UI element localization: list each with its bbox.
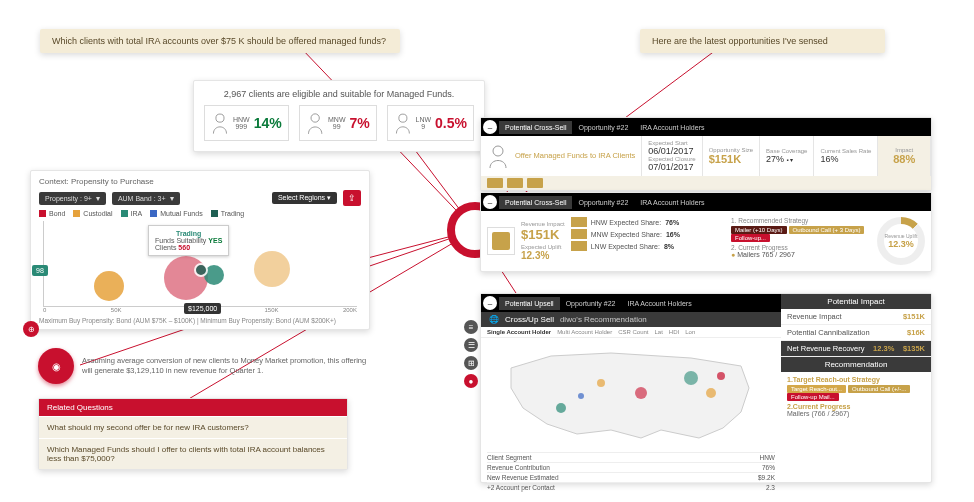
legend-item[interactable]: IRA [121,210,143,217]
chart-footer: Maximum Buy Propensity: Bond (AUM $75K –… [39,317,361,325]
card-action-icon[interactable]: ⊕ [23,321,39,337]
strategy-chip[interactable]: Target Reach-out... [787,385,846,393]
table-row: New Revenue Estimated$9.2K [487,472,775,482]
strategy-chip[interactable]: Outbound Call (+ 3 Days) [789,226,865,234]
map-subtab[interactable]: Lat [655,329,663,335]
related-q[interactable]: What should my second offer be for new I… [39,416,347,438]
expand-icon[interactable]: – [483,195,497,209]
svg-point-9 [216,114,224,122]
insight-callout: ◉ Assuming average conversion of new cli… [38,348,378,384]
mini-metric-icons [481,176,931,190]
tab[interactable]: IRA Account Holders [634,121,710,134]
us-map[interactable] [481,338,781,448]
table-row: +2 Account per Contact2.3 [487,482,775,492]
tab[interactable]: IRA Account Holders [621,297,697,310]
briefcase-icon [487,227,515,255]
lightbulb-icon: ◉ [38,348,74,384]
tab[interactable]: Opportunity #22 [560,297,622,310]
svg-point-11 [399,114,407,122]
filter-pill[interactable]: Propensity : 9+▾ [39,192,106,205]
impact-row: Revenue Impact$151K [781,309,931,325]
svg-point-16 [684,371,698,385]
map-subtab[interactable]: HDI [669,329,679,335]
user-question: Which clients with total IRA accounts ov… [40,29,400,53]
tab[interactable]: Potential Cross-Sell [499,121,572,134]
eligibility-card: 2,967 clients are eligible and suitable … [193,80,485,152]
filter-pill[interactable]: AUM Band : 3+▾ [112,192,180,205]
segment-stat: HNW999 14% [204,105,289,141]
related-questions: Related Questions What should my second … [38,398,348,470]
legend-item[interactable]: Custodial [73,210,112,217]
tab[interactable]: Opportunity #22 [572,196,634,209]
svg-point-14 [597,379,605,387]
scatter-plot[interactable]: 98 $125,000 Trading Funds Suitability YE… [43,221,357,307]
tab[interactable]: Opportunity #22 [572,121,634,134]
map-subtab[interactable]: Single Account Holder [487,329,551,335]
side-button[interactable]: ⊞ [464,356,478,370]
side-button[interactable]: ● [464,374,478,388]
tab[interactable]: Potential Cross-Sell [499,196,572,209]
share-row: MNW Expected Share: 16% [571,229,725,239]
chart-title: Context: Propensity to Purchase [39,177,361,186]
svg-point-10 [311,114,319,122]
uplift-donut: Revenue Uplift12.3% [877,217,925,265]
tab[interactable]: IRA Account Holders [634,196,710,209]
propensity-chart-card: Context: Propensity to Purchase Propensi… [30,170,370,330]
strategy-chip[interactable]: Follow-up Mail... [787,393,839,401]
legend-item[interactable]: Mutual Funds [150,210,202,217]
svg-point-18 [717,372,725,380]
svg-point-13 [556,403,566,413]
side-button[interactable]: ≡ [464,320,478,334]
x-marker: $125,000 [184,303,221,314]
share-row: HNW Expected Share: 76% [571,217,725,227]
globe-icon: 🌐 [489,315,499,324]
table-row: Client SegmentHNW [487,452,775,462]
person-icon [487,144,509,168]
side-button[interactable]: ☰ [464,338,478,352]
opportunity-strip: – Potential Cross-Sell Opportunity #22 I… [480,117,932,191]
related-q[interactable]: Which Managed Funds should I offer to cl… [39,438,347,469]
impact-row: Potential Cannibalization$16K [781,325,931,341]
eligibility-msg: 2,967 clients are eligible and suitable … [204,89,474,99]
map-subtab[interactable]: Multi Account Holder [557,329,612,335]
svg-point-12 [493,146,503,156]
point-tooltip: Trading Funds Suitability YES Clients 56… [148,225,229,256]
expand-icon[interactable]: – [483,120,497,134]
system-answer: Here are the latest opportunities I've s… [640,29,885,53]
y-marker: 98 [32,265,48,276]
svg-point-17 [706,388,716,398]
tab[interactable]: Potential Upsell [499,297,560,310]
map-subtab[interactable]: CSR Count [618,329,648,335]
segment-stat: MNW99 7% [299,105,377,141]
legend-item[interactable]: Trading [211,210,244,217]
share-row: LNW Expected Share: 8% [571,241,725,251]
expand-icon[interactable]: – [483,296,497,310]
region-select[interactable]: Select Regions ▾ [272,192,337,204]
strategy-chip[interactable]: Outbound Call (+/-... [848,385,910,393]
strategy-chip[interactable]: Follow-up... [731,234,770,242]
table-row: Revenue Contribution76% [487,462,775,472]
opportunity-detail: – Potential Cross-Sell Opportunity #22 I… [480,192,932,272]
strategy-chip[interactable]: Mailer (+10 Days) [731,226,787,234]
legend-item[interactable]: Bond [39,210,65,217]
svg-point-19 [578,393,584,399]
map-recommendation-card: ≡ ☰ ⊞ ● – Potential Upsell Opportunity #… [480,293,932,483]
segment-stat: LNW9 0.5% [387,105,474,141]
map-subtab[interactable]: Lon [685,329,695,335]
svg-point-15 [635,387,647,399]
impact-row: Net Revenue Recovery12.3%$135K [781,341,931,357]
share-icon[interactable]: ⇪ [343,190,361,206]
